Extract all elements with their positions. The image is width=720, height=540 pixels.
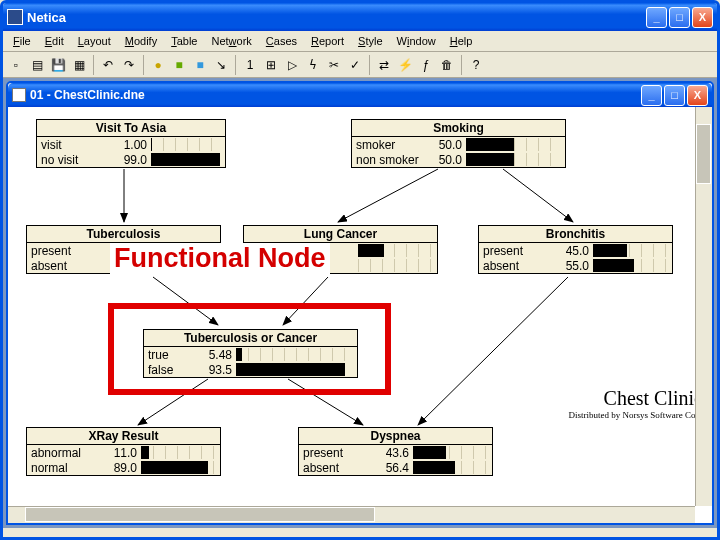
workspace: 01 - ChestClinic.dne _ □ X [3, 78, 717, 528]
node-smoking[interactable]: Smoking smoker50.0 non smoker50.0 [351, 119, 566, 168]
tool-check-icon[interactable]: ✓ [346, 56, 364, 74]
menu-table[interactable]: Table [165, 33, 203, 49]
tool-save-icon[interactable]: 💾 [49, 56, 67, 74]
highlight-box [108, 303, 391, 395]
menu-cases[interactable]: Cases [260, 33, 303, 49]
node-xray-result[interactable]: XRay Result abnormal11.0 normal89.0 [26, 427, 221, 476]
tool-node-green-icon[interactable]: ■ [170, 56, 188, 74]
menu-modify[interactable]: Modify [119, 33, 163, 49]
tool-one-icon[interactable]: 1 [241, 56, 259, 74]
document-window: 01 - ChestClinic.dne _ □ X [6, 81, 714, 525]
maximize-button[interactable]: □ [669, 7, 690, 28]
document-icon [12, 88, 26, 102]
node-dyspnea[interactable]: Dyspnea present43.6 absent56.4 [298, 427, 493, 476]
menu-file[interactable]: File [7, 33, 37, 49]
tool-print-icon[interactable]: ▦ [70, 56, 88, 74]
tool-trash-icon[interactable]: 🗑 [438, 56, 456, 74]
app-title: Netica [27, 10, 66, 25]
node-bronchitis[interactable]: Bronchitis present45.0 absent55.0 [478, 225, 673, 274]
scrollbar-vertical[interactable] [695, 107, 712, 506]
tool-table-icon[interactable]: ⊞ [262, 56, 280, 74]
scrollbar-horizontal[interactable] [8, 506, 695, 523]
doc-close-button[interactable]: X [687, 85, 708, 106]
node-title: Visit To Asia [37, 120, 225, 137]
tool-cut-icon[interactable]: ✂ [325, 56, 343, 74]
tool-open-icon[interactable]: ▤ [28, 56, 46, 74]
tool-arrow-icon[interactable]: ↘ [212, 56, 230, 74]
menu-style[interactable]: Style [352, 33, 388, 49]
annotation-label: Functional Node [110, 243, 330, 274]
close-button[interactable]: X [692, 7, 713, 28]
node-visit-asia[interactable]: Visit To Asia visit1.00 no visit99.0 [36, 119, 226, 168]
menu-edit[interactable]: Edit [39, 33, 70, 49]
tool-func-icon[interactable]: ƒ [417, 56, 435, 74]
menu-network[interactable]: Network [205, 33, 257, 49]
doc-minimize-button[interactable]: _ [641, 85, 662, 106]
menu-help[interactable]: Help [444, 33, 479, 49]
menu-report[interactable]: Report [305, 33, 350, 49]
tool-swap-icon[interactable]: ⇄ [375, 56, 393, 74]
doc-maximize-button[interactable]: □ [664, 85, 685, 106]
tool-run-icon[interactable]: ▷ [283, 56, 301, 74]
app-icon [7, 9, 23, 25]
node-title: Tuberculosis [27, 226, 220, 243]
tool-node-blue-icon[interactable]: ■ [191, 56, 209, 74]
tool-node-yellow-icon[interactable]: ● [149, 56, 167, 74]
node-title: XRay Result [27, 428, 220, 445]
tool-undo-icon[interactable]: ↶ [99, 56, 117, 74]
tool-new-icon[interactable]: ▫ [7, 56, 25, 74]
network-canvas[interactable]: Visit To Asia visit1.00 no visit99.0 Smo… [8, 107, 712, 523]
footer-sub: Distributed by Norsys Software Corp [538, 410, 703, 420]
node-title: Bronchitis [479, 226, 672, 243]
menubar: File Edit Layout Modify Table Network Ca… [3, 31, 717, 52]
tool-redo-icon[interactable]: ↷ [120, 56, 138, 74]
menu-window[interactable]: Window [391, 33, 442, 49]
node-title: Dyspnea [299, 428, 492, 445]
titlebar: Netica _ □ X [3, 3, 717, 31]
footer-text: Chest Clinic Distributed by Norsys Softw… [538, 387, 703, 420]
footer-title: Chest Clinic [538, 387, 703, 410]
tool-lightning-icon[interactable]: ϟ [304, 56, 322, 74]
document-title: 01 - ChestClinic.dne [30, 88, 145, 102]
node-title: Smoking [352, 120, 565, 137]
svg-line-2 [503, 169, 573, 222]
menu-layout[interactable]: Layout [72, 33, 117, 49]
svg-line-1 [338, 169, 438, 222]
tool-flash-icon[interactable]: ⚡ [396, 56, 414, 74]
toolbar: ▫ ▤ 💾 ▦ ↶ ↷ ● ■ ■ ↘ 1 ⊞ ▷ ϟ ✂ ✓ ⇄ ⚡ ƒ 🗑 … [3, 52, 717, 78]
tool-help-icon[interactable]: ? [467, 56, 485, 74]
minimize-button[interactable]: _ [646, 7, 667, 28]
node-title: Lung Cancer [244, 226, 437, 243]
